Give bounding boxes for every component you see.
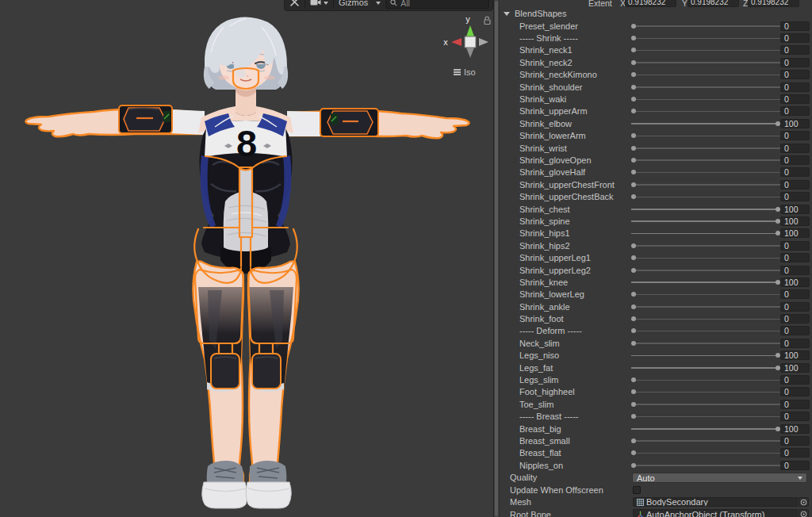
x-axis-cone[interactable] (451, 38, 462, 46)
blendshape-value-field[interactable]: 0 (780, 106, 810, 116)
blendshape-slider[interactable] (631, 22, 780, 30)
slider-handle[interactable] (631, 414, 636, 419)
blendshape-value-field[interactable]: 0 (780, 144, 810, 153)
scene-search-input[interactable]: All (385, 0, 489, 9)
blendshape-value-field[interactable]: 100 (780, 228, 810, 238)
blendshape-slider[interactable] (631, 266, 780, 274)
blendshape-slider[interactable] (631, 242, 780, 250)
slider-handle[interactable] (631, 109, 636, 113)
blendshape-slider[interactable] (631, 59, 780, 67)
slider-handle[interactable] (631, 377, 636, 382)
blendshape-value-field[interactable]: 0 (780, 375, 810, 385)
tools-button[interactable] (285, 0, 304, 10)
blendshape-value-field[interactable]: 100 (780, 363, 810, 373)
blendshape-value-field[interactable]: 100 (780, 119, 810, 128)
extent-y-field[interactable]: 0.9198232 (688, 0, 739, 7)
blendshape-slider[interactable] (631, 449, 780, 457)
blendshape-value-field[interactable]: 0 (780, 33, 810, 43)
blendshape-value-field[interactable]: 0 (780, 167, 810, 177)
blendshape-slider[interactable] (631, 46, 780, 54)
scene-camera-button[interactable] (305, 0, 333, 10)
blendshape-slider[interactable] (631, 193, 780, 201)
blendshape-slider[interactable] (631, 120, 780, 128)
blendshape-slider[interactable] (631, 437, 780, 445)
blendshape-slider[interactable] (631, 425, 780, 433)
slider-handle[interactable] (631, 97, 636, 101)
blendshape-slider[interactable] (631, 278, 780, 286)
blendshape-value-field[interactable]: 0 (780, 326, 810, 335)
slider-handle[interactable] (631, 36, 636, 40)
right-axis-cone[interactable] (479, 38, 488, 46)
mesh-object-picker[interactable] (799, 497, 809, 507)
slider-handle[interactable] (631, 268, 636, 273)
slider-handle[interactable] (631, 316, 636, 321)
blendshape-value-field[interactable]: 100 (780, 205, 810, 214)
slider-handle[interactable] (631, 438, 636, 443)
blendshape-value-field[interactable]: 0 (780, 45, 810, 55)
blendshape-slider[interactable] (631, 351, 780, 359)
blendshape-value-field[interactable]: 0 (780, 82, 810, 92)
blendshape-slider[interactable] (631, 95, 780, 103)
slider-handle[interactable] (631, 463, 636, 468)
extent-x-field[interactable]: 0.9198232 (625, 0, 676, 7)
gizmos-dropdown-button[interactable] (373, 0, 384, 10)
blendshape-slider[interactable] (631, 327, 780, 335)
root-bone-object-picker[interactable] (799, 509, 809, 517)
gizmos-button[interactable]: Gizmos (334, 0, 373, 10)
quality-dropdown[interactable]: Auto (632, 473, 807, 482)
update-when-offscreen-checkbox[interactable] (633, 486, 641, 494)
down-axis-cone[interactable] (466, 48, 474, 58)
blendshape-value-field[interactable]: 0 (780, 70, 810, 79)
blendshape-value-field[interactable]: 0 (780, 58, 810, 67)
blendshape-slider[interactable] (631, 412, 780, 420)
blendshape-value-field[interactable]: 0 (780, 180, 810, 190)
blendshape-slider[interactable] (631, 339, 780, 347)
blendshape-value-field[interactable]: 0 (780, 400, 810, 409)
blendshape-value-field[interactable]: 100 (780, 278, 810, 287)
blendshape-slider[interactable] (631, 181, 780, 189)
blendshape-slider[interactable] (631, 156, 780, 164)
slider-handle[interactable] (631, 158, 636, 163)
slider-handle[interactable] (631, 402, 636, 407)
slider-handle[interactable] (631, 48, 636, 52)
blendshape-slider[interactable] (631, 205, 780, 213)
blendshape-value-field[interactable]: 0 (780, 266, 810, 275)
blendshape-slider[interactable] (631, 388, 780, 396)
blendshape-value-field[interactable]: 0 (780, 302, 810, 312)
slider-handle[interactable] (631, 146, 636, 151)
slider-handle[interactable] (631, 133, 636, 138)
blendshape-value-field[interactable]: 0 (780, 21, 810, 31)
blendshape-value-field[interactable]: 100 (780, 216, 810, 226)
blendshape-slider[interactable] (631, 400, 780, 408)
blendshape-slider[interactable] (631, 132, 780, 140)
scene-viewport[interactable]: 8 (0, 0, 493, 517)
slider-handle[interactable] (631, 243, 636, 248)
inspector-scrollbar[interactable] (493, 0, 500, 517)
blendshape-value-field[interactable]: 0 (780, 131, 810, 140)
blendshape-value-field[interactable]: 0 (780, 339, 810, 348)
blendshape-slider[interactable] (631, 34, 780, 42)
slider-handle[interactable] (631, 170, 636, 174)
y-axis-cone[interactable] (466, 25, 474, 36)
y-axis-label[interactable]: y (465, 14, 470, 24)
slider-handle[interactable] (631, 341, 636, 346)
slider-handle[interactable] (631, 255, 636, 260)
blendshapes-foldout[interactable]: BlendShapes (500, 8, 812, 20)
slider-handle[interactable] (631, 72, 636, 77)
blendshape-value-field[interactable]: 0 (780, 448, 810, 458)
blendshape-slider[interactable] (631, 303, 780, 311)
gizmo-center-cube[interactable] (465, 36, 476, 48)
blendshape-value-field[interactable]: 0 (780, 289, 810, 299)
blendshape-slider[interactable] (631, 229, 780, 237)
blendshape-value-field[interactable]: 0 (780, 387, 810, 396)
blendshape-value-field[interactable]: 100 (780, 350, 810, 360)
x-axis-label[interactable]: x (443, 37, 448, 47)
blendshape-slider[interactable] (631, 376, 780, 384)
blendshape-value-field[interactable]: 0 (780, 412, 810, 421)
blendshape-slider[interactable] (631, 461, 780, 469)
slider-handle[interactable] (631, 292, 636, 297)
blendshape-value-field[interactable]: 0 (780, 436, 810, 446)
slider-handle[interactable] (631, 60, 636, 65)
blendshape-slider[interactable] (631, 168, 780, 176)
blendshape-value-field[interactable]: 0 (780, 314, 810, 324)
